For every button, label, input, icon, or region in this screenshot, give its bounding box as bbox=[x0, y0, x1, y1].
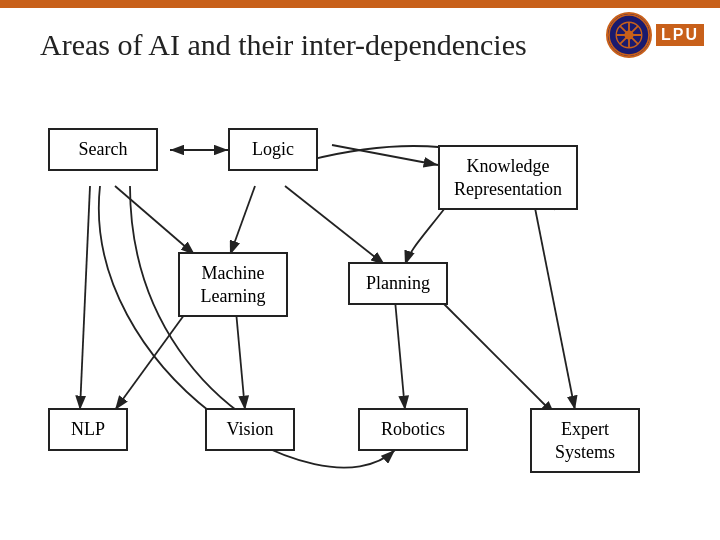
diagram-area: Search Logic Knowledge Representation Ma… bbox=[0, 90, 720, 530]
expert-systems-node: Expert Systems bbox=[530, 408, 640, 473]
svg-line-17 bbox=[395, 300, 405, 410]
vision-node: Vision bbox=[205, 408, 295, 451]
svg-line-14 bbox=[230, 186, 255, 255]
knowledge-node: Knowledge Representation bbox=[438, 145, 578, 210]
nlp-node: NLP bbox=[48, 408, 128, 451]
svg-line-18 bbox=[535, 208, 575, 410]
svg-line-12 bbox=[80, 186, 90, 410]
logo-text: LPU bbox=[661, 26, 699, 44]
logo-area: LPU bbox=[606, 12, 704, 58]
top-bar bbox=[0, 0, 720, 8]
svg-line-13 bbox=[285, 186, 385, 265]
logo-circle bbox=[606, 12, 652, 58]
machine-learning-node: Machine Learning bbox=[178, 252, 288, 317]
svg-line-19 bbox=[430, 290, 555, 415]
svg-line-11 bbox=[115, 186, 195, 255]
logic-node: Logic bbox=[228, 128, 318, 171]
search-node: Search bbox=[48, 128, 158, 171]
page-title: Areas of AI and their inter-dependencies bbox=[40, 28, 527, 62]
planning-node: Planning bbox=[348, 262, 448, 305]
svg-point-5 bbox=[624, 30, 633, 39]
robotics-node: Robotics bbox=[358, 408, 468, 451]
